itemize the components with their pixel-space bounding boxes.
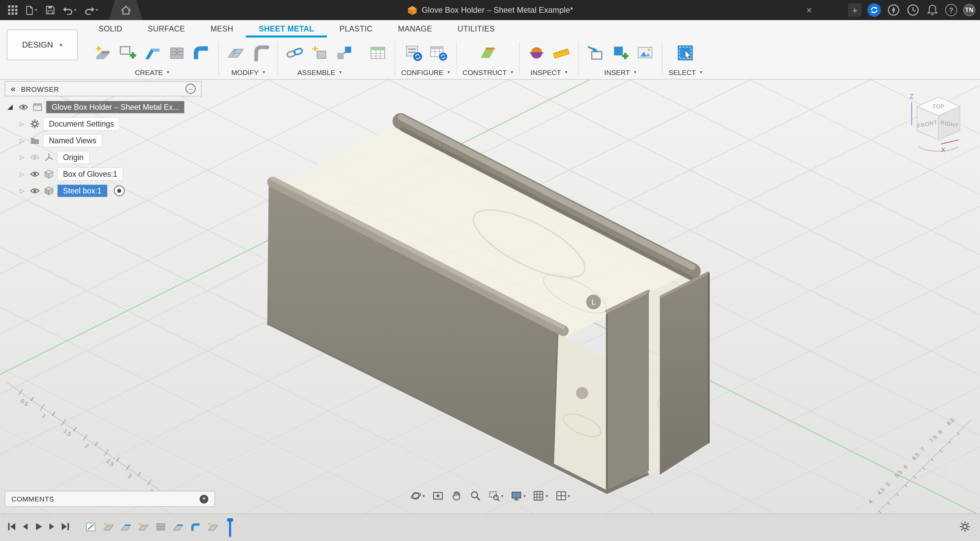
redo-button[interactable]: ▾ (80, 0, 102, 20)
look-at-button[interactable] (429, 488, 447, 503)
file-icon (25, 5, 33, 15)
go-to-start-button[interactable] (7, 522, 17, 534)
save-button[interactable] (41, 0, 59, 20)
inspect-group-dropdown[interactable]: INSPECT▾ (531, 67, 567, 78)
avatar[interactable]: TN (963, 4, 975, 16)
visibility-eye-off-icon[interactable] (29, 152, 40, 162)
measure-icon[interactable] (550, 41, 572, 64)
zoom-button[interactable] (466, 488, 484, 503)
view-cube[interactable]: Z X TOP FRONT RIGHT (906, 90, 970, 155)
expanded-caret-icon[interactable] (7, 104, 13, 109)
collapsed-caret-icon[interactable]: ▷ (18, 170, 26, 177)
select-group-dropdown[interactable]: SELECT▾ (668, 67, 702, 78)
create-group-dropdown[interactable]: CREATE▾ (135, 67, 169, 78)
bend-icon[interactable] (191, 41, 212, 64)
add-comment-icon[interactable]: + (200, 495, 208, 503)
unfold-icon[interactable] (225, 41, 247, 64)
workspace-switcher[interactable]: DESIGN ▾ (7, 29, 78, 60)
chevron-down-icon: ▾ (96, 7, 98, 13)
configure-group-dropdown[interactable]: CONFIGURE▾ (401, 67, 450, 78)
comments-bar[interactable]: COMMENTS + (5, 491, 215, 507)
go-to-end-button[interactable] (60, 522, 70, 534)
parameters-table-icon[interactable] (367, 41, 388, 64)
construct-group-dropdown[interactable]: CONSTRUCT▾ (463, 67, 513, 78)
app-grid-icon[interactable] (4, 0, 21, 20)
timeline-feature-sketch[interactable] (85, 520, 97, 535)
help-icon[interactable]: ? (945, 4, 957, 16)
insert-group-dropdown[interactable]: INSERT▾ (604, 67, 636, 78)
tab-utilities[interactable]: UTILITIES (445, 20, 508, 38)
create-sketch-icon[interactable] (116, 41, 138, 64)
orbit-button[interactable]: ▾ (407, 488, 428, 503)
tree-item-named-views[interactable]: Named Views (43, 134, 102, 146)
browser-collapse-icon[interactable]: « (11, 84, 15, 93)
visibility-eye-icon[interactable] (29, 185, 40, 196)
collapsed-caret-icon[interactable]: ▷ (18, 154, 26, 160)
select-icon[interactable] (675, 41, 696, 64)
timeline-feature-convert[interactable] (155, 520, 167, 535)
visibility-eye-icon[interactable] (29, 168, 40, 179)
pan-button[interactable] (447, 488, 466, 503)
collapsed-caret-icon[interactable]: ▷ (18, 187, 26, 194)
tree-item-origin[interactable]: Origin (57, 151, 89, 163)
undo-button[interactable]: ▾ (59, 0, 80, 20)
timeline-feature-flange[interactable] (172, 520, 184, 535)
viewcube-orbit-arc[interactable] (918, 147, 959, 151)
base-flange-icon[interactable] (92, 41, 113, 64)
tree-item-steel-box[interactable]: Steel box:1 (57, 184, 107, 197)
collapsed-caret-icon[interactable]: ▷ (18, 120, 26, 127)
sync-status-icon[interactable] (867, 3, 881, 17)
timeline-feature-bend[interactable] (189, 520, 202, 535)
construction-plane-icon[interactable] (477, 41, 498, 64)
file-menu-button[interactable]: ▾ (21, 0, 41, 20)
timeline-feature-flange[interactable] (137, 520, 150, 535)
flange-icon[interactable] (142, 41, 163, 64)
collapsed-caret-icon[interactable]: ▷ (18, 137, 26, 144)
assemble-group-dropdown[interactable]: ASSEMBLE▾ (298, 67, 342, 78)
tree-item-document-settings[interactable]: Document Settings (43, 117, 119, 130)
new-tab-button[interactable]: + (848, 3, 861, 17)
grid-snap-button[interactable]: ▾ (530, 488, 551, 503)
derive-icon[interactable] (609, 41, 631, 64)
tab-manage[interactable]: MANAGE (385, 20, 445, 38)
new-component-icon[interactable] (309, 41, 330, 64)
visibility-eye-icon[interactable] (18, 102, 29, 112)
notifications-icon[interactable] (926, 3, 939, 17)
modify-group-dropdown[interactable]: MODIFY▾ (231, 67, 265, 78)
zoom-window-button[interactable]: ▾ (485, 488, 507, 503)
tree-item-root-document[interactable]: Glove Box Holder – Sheet Metal Ex... (46, 101, 185, 113)
timeline-settings-button[interactable] (959, 521, 970, 535)
play-button[interactable] (33, 522, 43, 534)
joint-icon[interactable] (334, 41, 355, 64)
tab-mesh[interactable]: MESH (197, 20, 246, 38)
document-tab[interactable]: Glove Box Holder – Sheet Metal Example* (407, 0, 573, 20)
timeline-playhead[interactable] (229, 519, 231, 537)
timeline-feature-flange[interactable] (207, 520, 219, 535)
display-settings-button[interactable]: ▾ (508, 488, 529, 503)
configure-icon[interactable] (402, 41, 424, 64)
tab-solid[interactable]: SOLID (86, 20, 135, 38)
browser-minimize-icon[interactable]: – (186, 84, 196, 94)
close-document-icon[interactable]: × (801, 0, 817, 20)
toolbar-group-assemble: ASSEMBLE▾ (278, 38, 361, 79)
canvas-icon[interactable] (634, 41, 656, 64)
job-status-icon[interactable] (887, 3, 900, 17)
home-tab-button[interactable] (109, 0, 142, 20)
insert-icon[interactable] (585, 41, 606, 64)
recent-activity-icon[interactable] (906, 3, 920, 17)
configuration-table-icon[interactable] (427, 41, 449, 64)
step-forward-button[interactable] (47, 522, 57, 534)
tree-item-box-of-gloves[interactable]: Box of Gloves:1 (57, 168, 123, 180)
convert-to-sheet-metal-icon[interactable] (166, 41, 188, 64)
step-back-button[interactable] (20, 522, 30, 534)
tab-surface[interactable]: SURFACE (135, 20, 197, 38)
derive-link-icon[interactable] (284, 41, 305, 64)
tab-sheet-metal[interactable]: SHEET METAL (246, 20, 327, 38)
viewports-button[interactable]: ▾ (552, 488, 574, 503)
analysis-icon[interactable] (526, 41, 547, 64)
modify-corner-icon[interactable] (250, 41, 271, 64)
activate-component-radio[interactable] (113, 185, 124, 196)
timeline-feature-flange[interactable] (120, 520, 132, 535)
timeline-feature-base-flange[interactable] (102, 520, 115, 535)
tab-plastic[interactable]: PLASTIC (327, 20, 385, 38)
